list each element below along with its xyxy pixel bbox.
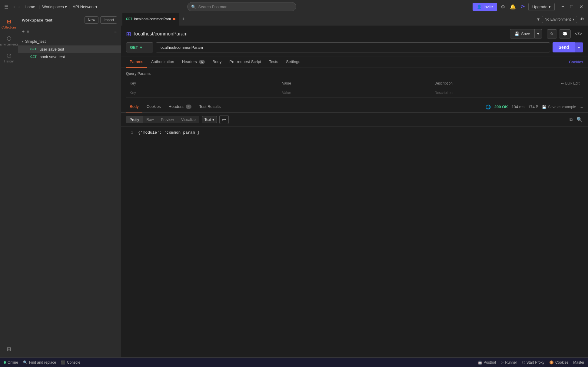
params-tabs: Params Authorization Headers 6 Body Pre-…	[121, 56, 588, 68]
list-item[interactable]: GET book save test	[18, 53, 121, 61]
workspaces-button[interactable]: Workspaces ▾	[42, 5, 67, 9]
import-button[interactable]: Import	[100, 16, 117, 24]
invite-button[interactable]: 👤 Invite	[473, 3, 497, 11]
sidebar-item-environments[interactable]: ⬡ Environments	[1, 33, 17, 48]
save-icon: 💾	[542, 105, 546, 109]
url-input[interactable]	[156, 42, 550, 52]
code-button[interactable]: </>	[574, 30, 583, 38]
title-bar: ☰ ‹ › Home | Workspaces ▾ | API Network …	[0, 0, 588, 13]
request-tab[interactable]: GET localhost/commonPara	[122, 13, 179, 25]
tab-headers[interactable]: Headers 6	[178, 56, 208, 68]
tab-prerequest[interactable]: Pre-request Script	[226, 56, 265, 68]
tab-settings[interactable]: Settings	[282, 56, 304, 68]
close-button[interactable]: ✕	[577, 3, 585, 10]
new-button[interactable]: New	[85, 16, 98, 24]
description-input[interactable]	[434, 91, 580, 95]
format-type-selector[interactable]: Text ▾	[202, 116, 217, 123]
sidebar-item-collections[interactable]: ⊞ Collections	[1, 16, 17, 32]
console-icon: ⬛	[61, 360, 65, 365]
chevron-down-icon: ▾	[65, 5, 67, 9]
console-button[interactable]: ⬛ Console	[61, 360, 80, 365]
save-icon: 💾	[514, 32, 519, 36]
send-button[interactable]: Send	[553, 42, 575, 52]
table-row	[126, 88, 583, 98]
value-column-header: Value	[278, 79, 431, 88]
list-item[interactable]: GET user save test	[18, 45, 121, 53]
format-tab-visualize[interactable]: Visualize	[178, 116, 199, 123]
page-title: localhost/commonParam	[134, 31, 507, 37]
maximize-button[interactable]: □	[568, 3, 575, 10]
more-response-options-icon[interactable]: ···	[580, 105, 583, 109]
invite-icon: 👤	[477, 5, 482, 9]
dns-master-button[interactable]: Master	[573, 360, 584, 365]
format-tab-raw[interactable]: Raw	[143, 116, 157, 123]
collection-tree: ▾ Simple_test GET user save test GET boo…	[18, 36, 121, 357]
collection-simple-test[interactable]: ▾ Simple_test	[18, 37, 121, 45]
runner-button[interactable]: ▷ Runner	[501, 360, 517, 365]
add-tab-button[interactable]: +	[179, 16, 188, 22]
bulk-edit-button[interactable]: ··· Bulk Edit	[561, 81, 580, 85]
cookies-link[interactable]: Cookies	[569, 60, 583, 64]
back-arrow[interactable]: ‹	[12, 4, 16, 10]
tab-params[interactable]: Params	[126, 56, 147, 68]
value-input[interactable]	[282, 91, 427, 95]
response-time: 104 ms	[512, 105, 525, 109]
response-panel: Body Cookies Headers 4 Test Results 🌐 20…	[121, 101, 588, 357]
notification-icon[interactable]: 🔔	[509, 3, 517, 11]
send-dropdown-button[interactable]: ▾	[575, 42, 583, 52]
request-icon: ⊞	[126, 30, 131, 38]
format-tab-preview[interactable]: Preview	[157, 116, 178, 123]
params-section: Query Params Key Value Description ··· B…	[121, 68, 588, 101]
tab-body[interactable]: Body	[209, 56, 225, 68]
response-body-bar: Pretty Raw Preview Visualize Text ▾ ⇌ ⧉ …	[121, 113, 588, 127]
method-selector[interactable]: GET ▾	[126, 42, 153, 52]
status-badge: 200 OK	[494, 105, 508, 109]
separator1: |	[39, 5, 40, 9]
window-controls: − □ ✕	[560, 3, 585, 10]
code-area: 1 {'module': 'common param'}	[121, 127, 588, 357]
addons-icon: ⊞	[7, 346, 11, 352]
separator2: |	[69, 5, 70, 9]
tab-response-headers[interactable]: Headers 4	[165, 101, 195, 112]
chevron-down-icon[interactable]: ▾	[537, 16, 540, 22]
sidebar-item-history[interactable]: ◷ History	[1, 50, 17, 65]
key-input[interactable]	[130, 91, 275, 95]
environment-icon[interactable]: 👁	[580, 17, 584, 22]
hamburger-icon[interactable]: ☰	[3, 3, 10, 11]
nav-arrows: ‹ ›	[12, 4, 21, 10]
postbot-button[interactable]: 🤖 Postbot	[478, 360, 496, 365]
tab-test-results[interactable]: Test Results	[196, 101, 224, 112]
cookies-manager-button[interactable]: 🍪 Cookies	[549, 360, 568, 365]
sidebar-item-addons[interactable]: ⊞	[1, 343, 17, 355]
save-dropdown-button[interactable]: ▾	[535, 29, 542, 38]
tab-response-body[interactable]: Body	[126, 101, 142, 112]
copy-button[interactable]: ⧉	[569, 116, 573, 123]
tabs-right: ▾ No Environment ▾ 👁	[537, 16, 587, 23]
save-button[interactable]: 💾 Save	[510, 29, 535, 38]
upgrade-button[interactable]: Upgrade ▾	[528, 3, 555, 11]
search-button[interactable]: 🔍	[576, 116, 583, 123]
start-proxy-button[interactable]: ⬡ Start Proxy	[522, 360, 544, 365]
word-wrap-button[interactable]: ⇌	[219, 115, 229, 124]
api-network-button[interactable]: API Network ▾	[73, 5, 98, 9]
search-bar[interactable]: 🔍 Search Postman	[187, 2, 296, 11]
forward-arrow[interactable]: ›	[17, 4, 21, 10]
more-options-icon[interactable]: ···	[114, 29, 117, 34]
environment-selector[interactable]: No Environment ▾	[542, 16, 577, 23]
tab-response-cookies[interactable]: Cookies	[143, 101, 164, 112]
tab-authorization[interactable]: Authorization	[148, 56, 178, 68]
collections-icon: ⊞	[7, 18, 11, 25]
sync-icon[interactable]: ⟳	[520, 3, 526, 11]
find-replace-button[interactable]: 🔍 Find and replace	[23, 360, 56, 365]
minimize-button[interactable]: −	[560, 3, 566, 10]
home-link[interactable]: Home	[25, 5, 35, 9]
search-icon: 🔍	[191, 5, 196, 9]
format-tab-pretty[interactable]: Pretty	[126, 116, 143, 123]
comment-button[interactable]: 💬	[559, 29, 571, 38]
edit-button[interactable]: ✎	[547, 29, 557, 38]
filter-icon[interactable]: ≡	[26, 29, 29, 34]
save-example-button[interactable]: 💾 Save as example	[542, 105, 576, 109]
add-collection-icon[interactable]: +	[22, 29, 25, 34]
tab-tests[interactable]: Tests	[265, 56, 282, 68]
settings-icon[interactable]: ⚙	[500, 3, 506, 11]
